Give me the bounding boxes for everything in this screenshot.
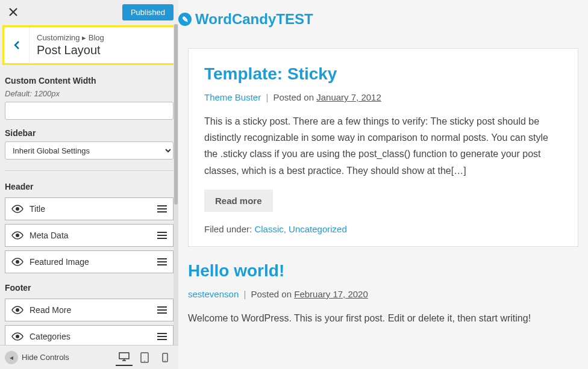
svg-point-2 — [16, 260, 19, 264]
eye-icon[interactable] — [5, 205, 30, 213]
svg-point-1 — [16, 234, 19, 237]
device-tablet-icon[interactable] — [136, 349, 153, 366]
post-author-link[interactable]: Theme Buster — [204, 92, 261, 102]
post-meta: sestevenson | Posted on February 17, 202… — [188, 289, 578, 299]
breadcrumb-panel: Customizing ▸ Blog Post Layout — [2, 25, 176, 65]
post-excerpt: Welcome to WordPress. This is your first… — [188, 310, 578, 326]
post-title[interactable]: Template: Sticky — [204, 64, 562, 84]
meta-separator: | — [266, 92, 268, 102]
footer-item-read-more[interactable]: Read More — [5, 299, 174, 321]
post-date-link[interactable]: January 7, 2012 — [316, 92, 381, 102]
post-card-sticky: Template: Sticky Theme Buster | Posted o… — [188, 48, 578, 247]
drag-handle-icon[interactable] — [151, 258, 173, 265]
back-button[interactable] — [4, 27, 30, 63]
category-link[interactable]: Classic — [254, 224, 283, 234]
post-filed-under: Filed under: Classic, Uncategorized — [204, 224, 562, 234]
svg-point-9 — [164, 360, 165, 361]
header-section-label: Header — [5, 182, 174, 191]
row-label: Featured Image — [30, 257, 151, 267]
eye-icon[interactable] — [5, 306, 30, 314]
sidebar-select-label: Sidebar — [5, 128, 174, 138]
drag-handle-icon[interactable] — [151, 205, 173, 212]
posted-on-label: Posted on — [251, 289, 292, 299]
hide-controls-button[interactable]: Hide Controls — [22, 353, 112, 362]
content-width-input[interactable] — [5, 102, 174, 120]
drag-handle-icon[interactable] — [151, 333, 173, 340]
footer-bar: ◂ Hide Controls — [0, 345, 178, 369]
drag-handle-icon[interactable] — [151, 232, 173, 239]
device-mobile-icon[interactable] — [157, 349, 174, 366]
read-more-button[interactable]: Read more — [204, 190, 273, 212]
customizer-sidebar: Published Customizing ▸ Blog Post Layout… — [0, 0, 178, 369]
row-label: Meta Data — [30, 231, 151, 240]
posted-on-label: Posted on — [273, 92, 314, 102]
collapse-icon[interactable]: ◂ — [5, 351, 18, 364]
filed-label: Filed under: — [204, 224, 252, 234]
eye-icon[interactable] — [5, 332, 30, 341]
svg-point-7 — [144, 361, 145, 362]
breadcrumb-path: Customizing ▸ Blog — [37, 33, 104, 42]
site-header: ✎ WordCandyTEST — [178, 0, 588, 39]
footer-section-label: Footer — [5, 283, 174, 293]
breadcrumb-text: Customizing ▸ Blog Post Layout — [30, 27, 111, 63]
header-item-meta-data[interactable]: Meta Data — [5, 224, 174, 247]
scrollbar[interactable] — [174, 24, 178, 345]
device-desktop-icon[interactable] — [116, 349, 133, 366]
post-meta: Theme Buster | Posted on January 7, 2012 — [204, 92, 562, 102]
post-excerpt: This is a sticky post. There are a few t… — [204, 113, 562, 179]
category-link[interactable]: Uncategorized — [289, 224, 347, 234]
sidebar-topbar: Published — [0, 0, 178, 24]
row-label: Categories — [30, 332, 151, 341]
svg-point-3 — [16, 308, 19, 312]
svg-point-4 — [16, 335, 19, 338]
divider — [5, 170, 174, 171]
close-button[interactable] — [5, 4, 22, 20]
eye-icon[interactable] — [5, 258, 30, 266]
publish-button[interactable]: Published — [122, 4, 174, 20]
meta-separator: | — [243, 289, 246, 299]
row-label: Read More — [30, 305, 151, 315]
svg-point-0 — [16, 207, 19, 211]
panel-body: Custom Content Width Default: 1200px Sid… — [0, 65, 178, 345]
preview-pane: ✎ WordCandyTEST Template: Sticky Theme B… — [178, 0, 588, 369]
footer-item-categories[interactable]: Categories — [5, 325, 174, 345]
content-width-label: Custom Content Width — [5, 76, 174, 85]
site-logo-icon[interactable]: ✎ — [178, 13, 192, 26]
content-width-hint: Default: 1200px — [5, 89, 174, 98]
eye-icon[interactable] — [5, 231, 30, 240]
post-date-link[interactable]: February 17, 2020 — [294, 289, 368, 299]
sidebar-select[interactable]: Inherit Global Settings — [5, 141, 174, 160]
svg-rect-5 — [119, 353, 129, 359]
post-author-link[interactable]: sestevenson — [188, 289, 239, 299]
breadcrumb-title: Post Layout — [37, 43, 104, 57]
post-title[interactable]: Hello world! — [188, 261, 578, 281]
header-item-title[interactable]: Title — [5, 197, 174, 220]
site-title[interactable]: WordCandyTEST — [195, 11, 313, 28]
header-item-featured-image[interactable]: Featured Image — [5, 250, 174, 273]
drag-handle-icon[interactable] — [151, 306, 173, 314]
row-label: Title — [30, 204, 151, 214]
